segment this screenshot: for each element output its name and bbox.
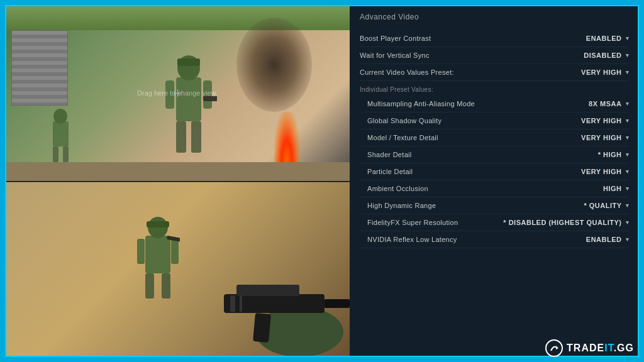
preset-setting-label: Multisampling Anti-Aliasing Mode bbox=[367, 100, 475, 107]
svg-rect-25 bbox=[230, 295, 235, 312]
chevron-icon: ▾ bbox=[626, 69, 630, 75]
soldier-figure bbox=[160, 40, 217, 165]
setting-label: Current Video Values Preset: bbox=[360, 69, 454, 76]
setting-row-vsync[interactable]: Wait for Vertical Sync DISABLED ▾ bbox=[360, 47, 629, 64]
svg-rect-26 bbox=[240, 295, 242, 312]
svg-rect-10 bbox=[53, 146, 58, 162]
setting-value[interactable]: ENABLED ▾ bbox=[586, 35, 629, 42]
preset-setting-row[interactable]: Multisampling Anti-Aliasing Mode 8X MSAA… bbox=[360, 96, 629, 112]
svg-rect-6 bbox=[203, 80, 212, 109]
preset-setting-label: Ambient Occlusion bbox=[367, 185, 428, 192]
preset-setting-label: Shader Detail bbox=[367, 151, 412, 158]
game-preview-panel: Drag here to change view. bbox=[5, 5, 350, 357]
scene-wall bbox=[5, 5, 350, 30]
svg-marker-28 bbox=[556, 346, 558, 349]
preset-setting-row[interactable]: High Dynamic Range * QUALITY ▾ bbox=[360, 197, 629, 214]
screenshot-top[interactable]: Drag here to change view. bbox=[5, 5, 350, 182]
preset-setting-value[interactable]: * QUALITY ▾ bbox=[584, 202, 629, 209]
preset-setting-value[interactable]: 8X MSAA ▾ bbox=[589, 100, 629, 107]
svg-rect-5 bbox=[165, 80, 174, 109]
preset-setting-value[interactable]: * DISABLED (HIGHEST QUALITY) ▾ bbox=[503, 219, 629, 226]
setting-value[interactable]: VERY HIGH ▾ bbox=[581, 69, 629, 76]
gun-foreground bbox=[174, 231, 350, 357]
setting-row-boost-player-contrast[interactable]: Boost Player Contrast ENABLED ▾ bbox=[360, 30, 629, 47]
svg-rect-21 bbox=[224, 294, 325, 313]
svg-rect-2 bbox=[177, 58, 200, 66]
svg-rect-22 bbox=[236, 285, 299, 296]
preset-setting-row[interactable]: Model / Texture Detail VERY HIGH ▾ bbox=[360, 129, 629, 146]
svg-rect-11 bbox=[63, 146, 69, 162]
chevron-icon: ▾ bbox=[626, 118, 630, 124]
svg-rect-17 bbox=[137, 239, 145, 264]
preset-setting-label: Particle Detail bbox=[367, 168, 413, 175]
svg-rect-7 bbox=[203, 96, 217, 101]
chevron-icon: ▾ bbox=[626, 101, 630, 107]
tradeit-logo: TRADEIT.GG bbox=[545, 339, 634, 357]
preset-setting-value[interactable]: VERY HIGH ▾ bbox=[581, 117, 629, 124]
preset-setting-label: High Dynamic Range bbox=[367, 202, 436, 209]
scene-shutter bbox=[11, 30, 68, 106]
preset-setting-row[interactable]: Global Shadow Quality VERY HIGH ▾ bbox=[360, 112, 629, 129]
preset-setting-value[interactable]: HIGH ▾ bbox=[603, 185, 629, 192]
preset-settings-list: Multisampling Anti-Aliasing Mode 8X MSAA… bbox=[360, 96, 629, 248]
svg-rect-4 bbox=[191, 121, 201, 153]
svg-rect-3 bbox=[176, 121, 186, 153]
svg-rect-23 bbox=[325, 299, 350, 308]
preset-setting-label: NVIDIA Reflex Low Latency bbox=[367, 236, 457, 243]
preset-setting-value[interactable]: ENABLED ▾ bbox=[586, 236, 629, 243]
setting-row-preset[interactable]: Current Video Values Preset: VERY HIGH ▾ bbox=[360, 64, 629, 81]
preset-setting-row[interactable]: Particle Detail VERY HIGH ▾ bbox=[360, 163, 629, 180]
preset-setting-value[interactable]: VERY HIGH ▾ bbox=[581, 134, 629, 141]
chevron-icon: ▾ bbox=[626, 202, 630, 209]
chevron-icon: ▾ bbox=[626, 134, 630, 141]
chevron-icon: ▾ bbox=[626, 219, 630, 226]
svg-point-27 bbox=[546, 340, 562, 356]
svg-rect-8 bbox=[53, 121, 69, 146]
svg-rect-14 bbox=[147, 221, 169, 228]
chevron-icon: ▾ bbox=[626, 52, 630, 58]
preset-setting-label: Model / Texture Detail bbox=[367, 134, 438, 141]
chevron-icon: ▾ bbox=[626, 35, 630, 41]
svg-rect-16 bbox=[162, 273, 170, 299]
preset-setting-value[interactable]: * HIGH ▾ bbox=[598, 151, 629, 158]
fire-effect bbox=[274, 112, 299, 162]
svg-rect-0 bbox=[176, 77, 201, 121]
soldier-small bbox=[47, 102, 75, 165]
preset-setting-row[interactable]: Ambient Occlusion HIGH ▾ bbox=[360, 180, 629, 197]
setting-value[interactable]: DISABLED ▾ bbox=[584, 52, 629, 59]
preset-setting-row[interactable]: NVIDIA Reflex Low Latency ENABLED ▾ bbox=[360, 231, 629, 248]
svg-rect-24 bbox=[253, 313, 271, 343]
setting-label: Wait for Vertical Sync bbox=[360, 52, 430, 59]
tradeit-icon bbox=[545, 339, 563, 357]
preset-setting-label: Global Shadow Quality bbox=[367, 117, 441, 124]
chevron-icon: ▾ bbox=[626, 168, 630, 175]
svg-rect-15 bbox=[145, 273, 154, 299]
chevron-icon: ▾ bbox=[626, 236, 630, 243]
settings-panel[interactable]: Advanced Video Boost Player Contrast ENA… bbox=[350, 5, 639, 357]
svg-point-9 bbox=[53, 109, 67, 124]
subsection-title: Individual Preset Values: bbox=[360, 86, 629, 93]
smoke-effect bbox=[236, 18, 312, 112]
preset-setting-label: FidelityFX Super Resolution bbox=[367, 219, 458, 226]
preset-setting-row[interactable]: Shader Detail * HIGH ▾ bbox=[360, 146, 629, 163]
chevron-icon: ▾ bbox=[626, 185, 630, 192]
setting-label: Boost Player Contrast bbox=[360, 35, 431, 42]
chevron-icon: ▾ bbox=[626, 151, 630, 158]
svg-rect-12 bbox=[145, 236, 170, 273]
logo-text: TRADEIT.GG bbox=[567, 343, 634, 354]
preset-setting-row[interactable]: FidelityFX Super Resolution * DISABLED (… bbox=[360, 214, 629, 231]
bottom-logo-bar: TRADEIT.GG bbox=[545, 339, 634, 357]
section-title: Advanced Video bbox=[360, 13, 629, 21]
main-container: Drag here to change view. bbox=[5, 5, 639, 357]
screenshot-bottom[interactable] bbox=[5, 182, 350, 358]
preset-setting-value[interactable]: VERY HIGH ▾ bbox=[581, 168, 629, 175]
